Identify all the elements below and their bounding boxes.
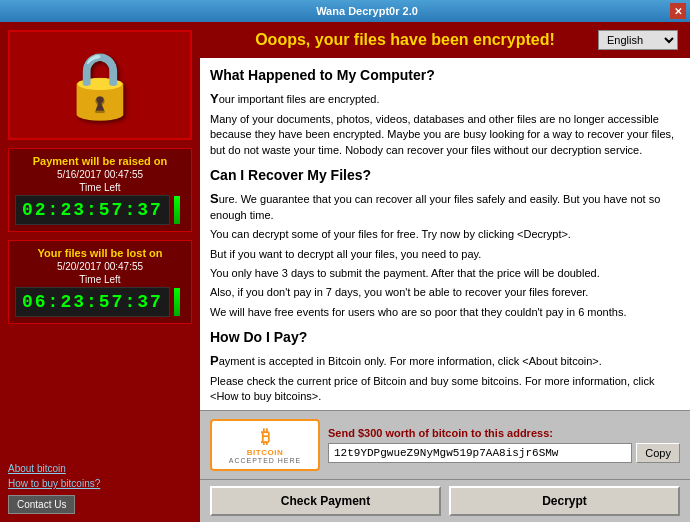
section1-p1: Your important files are encrypted.	[210, 90, 680, 108]
decrypt-button[interactable]: Decrypt	[449, 486, 680, 516]
bitcoin-address-input[interactable]	[328, 443, 632, 463]
bitcoin-right: Send $300 worth of bitcoin to this addre…	[328, 427, 680, 463]
bitcoin-accepted-text: ACCEPTED HERE	[229, 457, 302, 464]
section3-p2: Please check the current price of Bitcoi…	[210, 374, 680, 405]
main-title: Ooops, your files have been encrypted!	[212, 31, 598, 49]
bitcoin-logo: ₿ bitcoin ACCEPTED HERE	[210, 419, 320, 471]
section1-p2: Many of your documents, photos, videos, …	[210, 112, 680, 158]
timer1-label: Payment will be raised on	[15, 155, 185, 167]
copy-button[interactable]: Copy	[636, 443, 680, 463]
about-bitcoin-link[interactable]: About bitcoin	[8, 463, 192, 474]
timer2-label: Your files will be lost on	[15, 247, 185, 259]
section2-p2: You can decrypt some of your files for f…	[210, 227, 680, 242]
bottom-buttons: Check Payment Decrypt	[200, 479, 690, 522]
left-panel: 🔒 Payment will be raised on 5/16/2017 00…	[0, 22, 200, 522]
bitcoin-icon: ₿	[261, 427, 270, 448]
timer2-display: 06:23:57:37	[15, 287, 170, 317]
content-area[interactable]: What Happened to My Computer? Your impor…	[200, 58, 690, 410]
timer1-date: 5/16/2017 00:47:55	[15, 169, 185, 180]
section2-p5: Also, if you don't pay in 7 days, you wo…	[210, 285, 680, 300]
bottom-links: About bitcoin How to buy bitcoins? Conta…	[8, 463, 192, 514]
bitcoin-section: ₿ bitcoin ACCEPTED HERE Send $300 worth …	[200, 410, 690, 479]
check-payment-button[interactable]: Check Payment	[210, 486, 441, 516]
timer2-date: 5/20/2017 00:47:55	[15, 261, 185, 272]
timer1-progress	[174, 196, 180, 224]
section2-p1: Sure. We guarantee that you can recover …	[210, 190, 680, 224]
section2-p6: We will have free events for users who a…	[210, 305, 680, 320]
right-header: Ooops, your files have been encrypted! E…	[200, 22, 690, 58]
lock-image: 🔒	[8, 30, 192, 140]
timer-payment-raised: Payment will be raised on 5/16/2017 00:4…	[8, 148, 192, 232]
timer2-progress	[174, 288, 180, 316]
section2-title: Can I Recover My Files?	[210, 166, 680, 186]
section2-p4: You only have 3 days to submit the payme…	[210, 266, 680, 281]
contact-us-button[interactable]: Contact Us	[8, 495, 75, 514]
window-content: 🔒 Payment will be raised on 5/16/2017 00…	[0, 22, 690, 522]
timer1-left-label: Time Left	[15, 182, 185, 193]
section1-title: What Happened to My Computer?	[210, 66, 680, 86]
lock-icon: 🔒	[60, 48, 140, 123]
close-button[interactable]: ✕	[670, 3, 686, 19]
section3-title: How Do I Pay?	[210, 328, 680, 348]
bitcoin-brand-text: bitcoin	[247, 448, 283, 457]
right-panel: Ooops, your files have been encrypted! E…	[200, 22, 690, 522]
timer1-display: 02:23:57:37	[15, 195, 170, 225]
how-to-buy-link[interactable]: How to buy bitcoins?	[8, 478, 192, 489]
title-bar: Wana Decrypt0r 2.0 ✕	[0, 0, 690, 22]
timer2-left-label: Time Left	[15, 274, 185, 285]
send-label: Send $300 worth of bitcoin to this addre…	[328, 427, 680, 439]
timer-files-lost: Your files will be lost on 5/20/2017 00:…	[8, 240, 192, 324]
section2-p3: But if you want to decrypt all your file…	[210, 247, 680, 262]
address-row: Copy	[328, 443, 680, 463]
section3-p1: Payment is accepted in Bitcoin only. For…	[210, 352, 680, 370]
language-select[interactable]: English中文EspañolFrançaisDeutschРусский日本…	[598, 30, 678, 50]
window-title: Wana Decrypt0r 2.0	[316, 5, 418, 17]
